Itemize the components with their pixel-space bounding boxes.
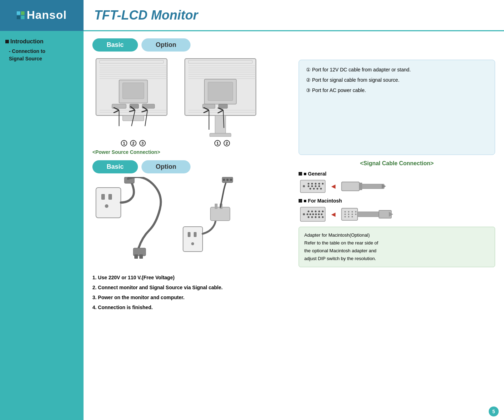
svg-rect-13 xyxy=(142,104,155,108)
main-layout: Introduction - Connection to Signal Sour… xyxy=(0,31,504,420)
svg-point-71 xyxy=(310,188,311,190)
sq4 xyxy=(21,16,25,19)
circle-2: 2 xyxy=(130,140,136,146)
svg-rect-36 xyxy=(210,133,231,137)
header: Hansol TFT-LCD Monitor xyxy=(0,0,504,31)
svg-rect-53 xyxy=(210,207,230,221)
info-box: ① Port for 12V DC cable from adapter or … xyxy=(299,60,495,155)
mac-bullet xyxy=(299,199,302,203)
general-group: ■ General xyxy=(299,171,495,194)
svg-point-79 xyxy=(303,213,305,215)
general-bullet xyxy=(299,172,302,176)
adapter-line4: adjust DIP switch by the resolution. xyxy=(304,255,489,263)
svg-point-70 xyxy=(318,185,320,187)
tab-basic-power[interactable]: Basic xyxy=(92,160,138,173)
signal-section: <Signal Cable Connection> ■ General xyxy=(299,160,495,267)
tab-option-power[interactable]: Option xyxy=(141,160,191,173)
svg-rect-108 xyxy=(358,212,379,217)
svg-point-63 xyxy=(311,183,313,185)
svg-point-74 xyxy=(320,188,322,190)
adapter-box: Adapter for Macintosh(Optional) Refer to… xyxy=(299,227,495,267)
sidebar-intro: Introduction xyxy=(5,38,78,45)
signal-cable-title: <Signal Cable Connection> xyxy=(299,160,495,167)
sidebar-sub1: - Connection to xyxy=(9,48,45,54)
sidebar-sub2: Signal Source xyxy=(9,56,42,61)
option-monitor: 1 2 xyxy=(181,55,263,146)
svg-point-83 xyxy=(318,211,320,212)
power-tab-bar: Basic Option xyxy=(92,160,291,173)
adapter-line2: Refer to the table on the rear side of xyxy=(304,239,489,247)
svg-point-52 xyxy=(191,242,194,245)
svg-rect-49 xyxy=(183,227,203,252)
svg-point-94 xyxy=(318,216,320,218)
svg-rect-75 xyxy=(342,182,359,191)
footer-note1: 1. Use 220V or 110 V.(Free Voltage) xyxy=(92,273,495,282)
footer-note3: 3. Power on the monitor and computer. xyxy=(92,292,495,302)
mac-connector: ◄ xyxy=(299,205,495,223)
svg-rect-47 xyxy=(134,254,138,259)
svg-point-106 xyxy=(348,216,349,217)
svg-rect-40 xyxy=(101,194,105,200)
info-line1: ① Port for 12V DC cable from adapter or … xyxy=(306,65,488,74)
info-line2: ② Port for signal cable from signal sour… xyxy=(306,76,488,85)
svg-point-99 xyxy=(352,211,353,212)
svg-point-86 xyxy=(310,214,311,215)
svg-point-80 xyxy=(308,211,310,212)
mac-group: ■ For Macintosh xyxy=(299,198,495,223)
svg-point-42 xyxy=(105,204,108,208)
tab-option[interactable]: Option xyxy=(141,38,191,52)
sq1 xyxy=(17,11,20,15)
svg-point-59 xyxy=(230,179,232,181)
svg-rect-41 xyxy=(108,194,112,200)
page-number: 5 xyxy=(489,406,499,416)
power-source-label: <Power Source Connection> xyxy=(92,149,291,155)
circle-1: 1 xyxy=(121,140,127,146)
svg-point-101 xyxy=(344,214,346,215)
svg-point-102 xyxy=(348,214,349,215)
adapter-line3: the optional Macintosh adapter and xyxy=(304,247,489,255)
svg-point-67 xyxy=(308,185,310,187)
svg-point-89 xyxy=(318,214,320,215)
svg-point-65 xyxy=(318,183,320,185)
basic-monitor: 1 2 3 xyxy=(92,55,174,146)
circle-3: 3 xyxy=(139,140,146,146)
svg-rect-39 xyxy=(96,188,121,218)
mac-title: ■ For Macintosh xyxy=(299,198,495,204)
svg-point-64 xyxy=(315,183,317,185)
svg-rect-11 xyxy=(112,104,126,108)
svg-rect-51 xyxy=(194,232,197,237)
monitor-diagrams: 1 2 3 xyxy=(92,55,291,146)
svg-point-95 xyxy=(322,216,324,218)
svg-point-58 xyxy=(226,179,229,181)
svg-rect-76 xyxy=(359,184,384,189)
mac-label: ■ For Macintosh xyxy=(304,198,342,204)
svg-point-82 xyxy=(315,211,317,212)
bottom-section: Basic Option xyxy=(92,160,495,267)
svg-point-103 xyxy=(352,214,353,215)
svg-point-90 xyxy=(321,214,323,215)
sidebar-sub: - Connection to Signal Source xyxy=(5,48,78,63)
svg-point-107 xyxy=(352,216,353,217)
svg-point-88 xyxy=(315,214,317,215)
left-diagrams: Basic Option xyxy=(92,38,291,155)
sq3 xyxy=(17,16,20,19)
general-title: ■ General xyxy=(299,171,495,177)
footer-note4: 4. Connection is finished. xyxy=(92,302,495,312)
logo-area: Hansol xyxy=(0,0,84,31)
sidebar-intro-label: Introduction xyxy=(10,38,43,45)
opt-circle-1: 1 xyxy=(214,140,221,146)
svg-point-91 xyxy=(308,216,310,218)
sidebar: Introduction - Connection to Signal Sour… xyxy=(0,31,84,420)
svg-point-98 xyxy=(348,211,349,212)
footer-note2: 2. Connect monitor and Signal Source via… xyxy=(92,282,495,292)
svg-point-61 xyxy=(303,185,305,187)
tab-basic[interactable]: Basic xyxy=(92,38,138,52)
svg-point-66 xyxy=(322,183,324,185)
info-line3: ③ Port for AC power cable. xyxy=(306,86,488,95)
svg-rect-12 xyxy=(130,104,139,108)
general-label: ■ General xyxy=(304,171,326,177)
svg-point-57 xyxy=(223,179,225,181)
basic-power-diagram xyxy=(92,177,174,264)
svg-point-81 xyxy=(311,211,313,212)
svg-point-100 xyxy=(355,211,356,212)
